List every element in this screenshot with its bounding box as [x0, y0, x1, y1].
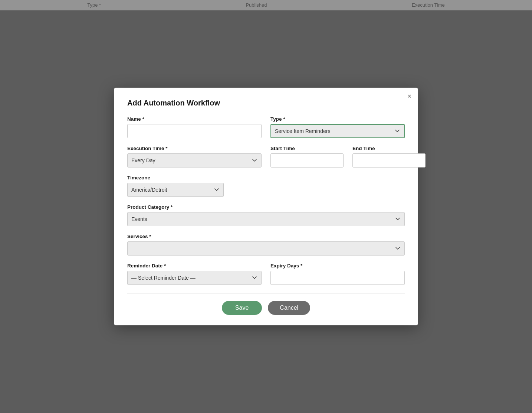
execution-time-group: Execution Time * Every Day Every Hour Ev… — [127, 146, 262, 168]
type-label: Type * — [270, 116, 405, 122]
name-group: Name * — [127, 116, 262, 138]
row-name-type: Name * Type * Service Item Reminders Oth… — [127, 116, 405, 138]
type-select[interactable]: Service Item Reminders Other — [270, 124, 405, 138]
button-row: Save Cancel — [127, 301, 405, 315]
type-group: Type * Service Item Reminders Other — [270, 116, 405, 138]
product-category-group: Product Category * Events Services Produ… — [127, 204, 405, 226]
row-product-category: Product Category * Events Services Produ… — [127, 204, 405, 226]
expiry-days-label: Expiry Days * — [270, 263, 405, 269]
modal-title: Add Automation Workflow — [127, 99, 405, 107]
end-time-label: End Time — [352, 146, 426, 151]
product-category-select[interactable]: Events Services Products — [127, 212, 405, 226]
save-button[interactable]: Save — [222, 301, 262, 315]
product-category-label: Product Category * — [127, 204, 405, 210]
row-timezone: Timezone America/Detroit America/New_Yor… — [127, 175, 405, 197]
row-reminder-expiry: Reminder Date * — Select Reminder Date —… — [127, 263, 405, 285]
divider — [127, 293, 405, 293]
services-group: Services * — Service A Service B — [127, 234, 405, 256]
execution-time-label: Execution Time * — [127, 146, 262, 151]
reminder-date-label: Reminder Date * — [127, 263, 262, 269]
timezone-group: Timezone America/Detroit America/New_Yor… — [127, 175, 224, 197]
services-label: Services * — [127, 234, 405, 239]
start-time-label: Start Time — [270, 146, 344, 151]
services-select[interactable]: — Service A Service B — [127, 241, 405, 256]
row-services: Services * — Service A Service B — [127, 234, 405, 256]
timezone-select[interactable]: America/Detroit America/New_York America… — [127, 183, 224, 197]
timezone-label: Timezone — [127, 175, 224, 181]
reminder-date-select[interactable]: — Select Reminder Date — Due Date Expiry… — [127, 271, 262, 285]
end-time-input[interactable] — [352, 153, 426, 168]
start-time-input[interactable] — [270, 153, 344, 168]
start-time-group: Start Time — [270, 146, 344, 168]
end-time-group: End Time — [352, 146, 426, 168]
name-input[interactable] — [127, 124, 262, 138]
modal-dialog: × Add Automation Workflow Name * Type * … — [114, 88, 418, 325]
name-label: Name * — [127, 116, 262, 122]
expiry-days-input[interactable] — [270, 271, 405, 285]
close-button[interactable]: × — [407, 93, 411, 100]
modal-overlay: × Add Automation Workflow Name * Type * … — [0, 0, 532, 413]
execution-time-select[interactable]: Every Day Every Hour Every Week — [127, 153, 262, 168]
cancel-button[interactable]: Cancel — [268, 301, 310, 315]
reminder-date-group: Reminder Date * — Select Reminder Date —… — [127, 263, 262, 285]
row-execution-time: Execution Time * Every Day Every Hour Ev… — [127, 146, 405, 168]
expiry-days-group: Expiry Days * — [270, 263, 405, 285]
